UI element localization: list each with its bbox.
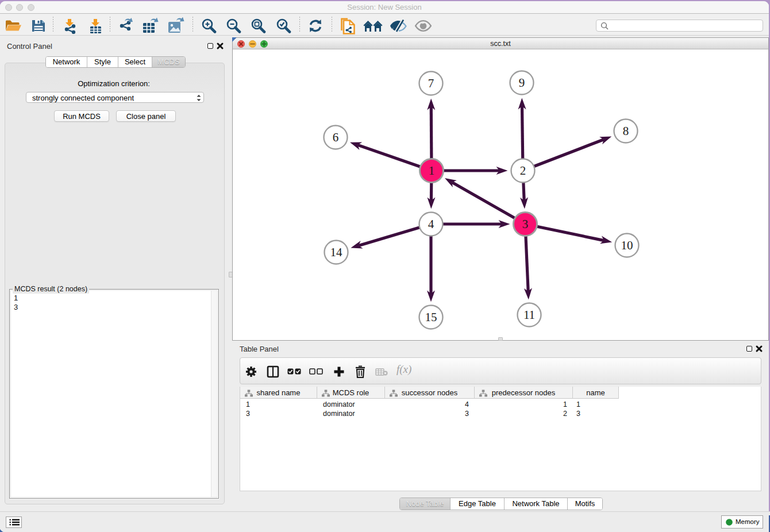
svg-text:3: 3 [522,217,529,231]
svg-text:2: 2 [520,164,526,178]
svg-text:1: 1 [429,164,435,178]
svg-text:8: 8 [623,124,629,138]
svg-text:10: 10 [621,238,633,252]
svg-text:7: 7 [428,76,434,90]
svg-text:15: 15 [425,310,437,324]
svg-text:4: 4 [428,217,434,231]
svg-text:14: 14 [330,245,343,259]
svg-text:11: 11 [523,308,535,322]
svg-text:6: 6 [333,130,339,144]
svg-text:9: 9 [519,76,525,90]
